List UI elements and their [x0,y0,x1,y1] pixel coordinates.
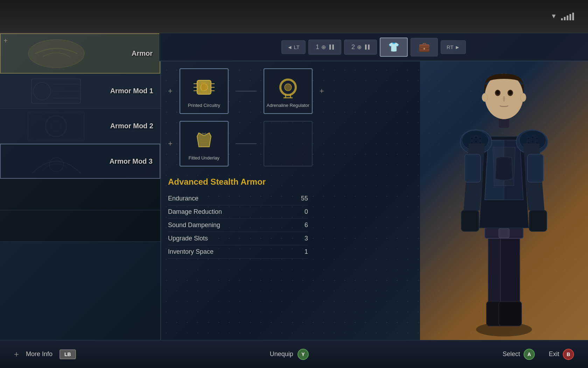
empty-slot-1[interactable] [0,179,160,210]
b-button[interactable]: B [563,349,574,360]
svg-point-21 [285,84,292,91]
right-section: + [161,33,588,340]
signal-bar-2 [564,17,566,20]
armor-mod2-label: Armor Mod 2 [110,122,153,130]
slots-row-2: + Fitted Underlay [168,121,581,166]
bottom-add-icon[interactable]: + [14,349,19,359]
top-bar: ▼ [0,0,588,33]
signal-bars [561,13,574,20]
stat-endurance-value: 55 [301,195,308,202]
slots-row-1: + [168,68,581,114]
stat-inventory-space: Inventory Space 1 [168,245,308,259]
row1-add-icon[interactable]: + [168,87,173,96]
stats-area: Advanced Stealth Armor Endurance 55 Dama… [168,177,581,259]
tab-loadout2[interactable]: 2 ⊕ ▐▐ [344,40,377,55]
stat-damage-reduction-value: 0 [304,208,308,216]
tab-loadout1-num: 1 [316,43,319,51]
row2-connector [236,143,257,144]
exit-group: Exit B [549,349,574,360]
armor-mod3-label: Armor Mod 3 [110,157,153,165]
stat-inventory-space-label: Inventory Space [168,248,214,255]
stat-upgrade-slots-value: 3 [304,235,308,242]
tab-loadout2-icon: ⊕ [357,44,362,50]
signal-bar-4 [569,14,571,20]
a-button[interactable]: A [524,349,535,360]
stat-endurance-label: Endurance [168,195,198,202]
bottom-center: Unequip Y [270,349,309,360]
more-info-label: More Info [26,350,52,358]
nav-right-arrow[interactable]: RT ► [441,40,466,54]
signal-bar-5 [572,13,574,20]
tab-armor[interactable]: 👕 [380,38,408,57]
svg-rect-31 [499,301,522,326]
stat-endurance: Endurance 55 [168,192,308,205]
stat-damage-reduction-label: Damage Reduction [168,208,222,216]
printed-circuitry-icon [190,73,218,101]
empty-slot-2[interactable] [0,210,160,242]
armor-mod2-bg-icon [0,109,112,143]
bottom-left: + More Info LB [14,349,76,359]
bottom-bar: + More Info LB Unequip Y Select A Exit B [0,340,588,368]
select-label: Select [503,350,520,358]
bottom-right: Select A Exit B [503,349,574,360]
armor-mod3-bg-icon [1,144,112,178]
fitted-underlay-icon [190,126,218,154]
wifi-icon: ▼ [551,13,557,20]
svg-point-0 [28,40,84,68]
stat-upgrade-slots: Upgrade Slots 3 [168,232,308,245]
adrenaline-regulator-icon [274,73,302,101]
armor-label: Armor [132,49,153,57]
equipment-slots-area: + [168,68,581,166]
armor-mod1-item[interactable]: Armor Mod 1 [0,74,160,109]
armor-main-item[interactable]: Armor [0,33,160,74]
y-button[interactable]: Y [298,349,309,360]
left-panel: + Armor [0,33,161,340]
main-content: + Armor [0,33,588,340]
armor-name: Advanced Stealth Armor [168,177,581,187]
slot-adrenaline-regulator[interactable]: Adrenaline Regulator [264,68,313,114]
stat-sound-dampening-value: 6 [304,222,308,229]
stat-upgrade-slots-label: Upgrade Slots [168,235,208,242]
tab-loadout2-bars: ▐▐ [364,45,370,49]
lb-button[interactable]: LB [59,349,76,359]
tab-loadout1-bars: ▐▐ [328,45,334,49]
slot-printed-circuitry-label: Printed Circuitry [186,101,222,109]
signal-indicator: ▼ [551,13,574,20]
row1-connector [236,91,257,91]
nav-tabs-bar: ◄ LT 1 ⊕ ▐▐ 2 ⊕ ▐▐ 👕 💼 RT ► [159,33,588,61]
tab-loadout2-num: 2 [351,43,355,51]
armor-mod1-bg-icon [0,74,112,108]
slot-adrenaline-regulator-label: Adrenaline Regulator [265,101,312,109]
armor-mod1-label: Armor Mod 1 [110,87,153,95]
slot-empty-row2[interactable] [264,121,313,166]
unequip-label: Unequip [270,350,293,358]
exit-label: Exit [549,350,559,358]
slot-fitted-underlay-label: Fitted Underlay [187,154,222,162]
select-group: Select A [503,349,535,360]
tab-loadout1[interactable]: 1 ⊕ ▐▐ [308,40,341,55]
row1-add2-icon[interactable]: + [320,87,324,96]
row2-add-icon[interactable]: + [168,139,173,148]
tab-equipment[interactable]: 💼 [411,38,438,56]
armor-mod3-item[interactable]: Armor Mod 3 [0,144,160,179]
equipment-tab-icon: 💼 [419,42,430,52]
stat-damage-reduction: Damage Reduction 0 [168,205,308,219]
armor-tab-icon: 👕 [388,42,399,52]
stat-sound-dampening: Sound Dampening 6 [168,219,308,232]
slot-fitted-underlay[interactable]: Fitted Underlay [180,121,229,166]
nav-left-arrow[interactable]: ◄ LT [281,40,306,54]
tab-loadout1-icon: ⊕ [321,44,326,50]
armor-main-bg-icon [1,34,112,73]
svg-point-2 [33,82,51,100]
armor-mod2-item[interactable]: Armor Mod 2 [0,109,160,144]
signal-bar-1 [561,18,563,20]
stat-sound-dampening-label: Sound Dampening [168,222,220,229]
stat-inventory-space-value: 1 [304,248,308,255]
slot-printed-circuitry[interactable]: Printed Circuitry [180,68,229,114]
signal-bar-3 [567,15,568,20]
